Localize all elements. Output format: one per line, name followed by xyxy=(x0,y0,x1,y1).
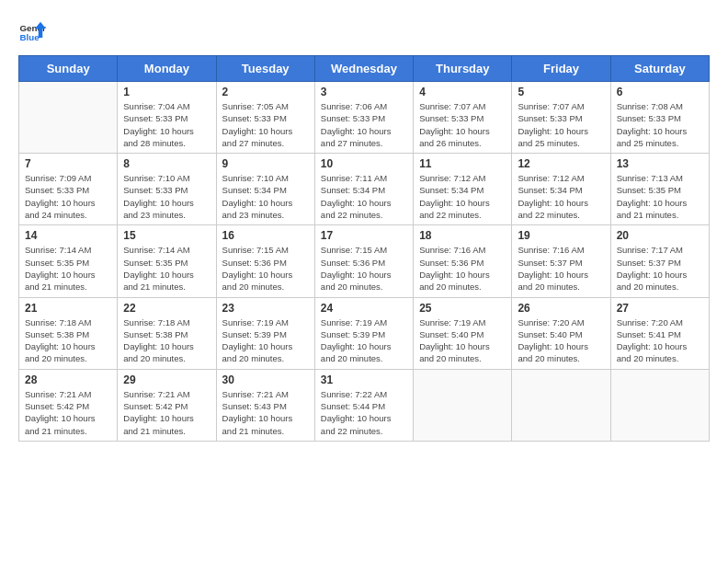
day-info: Sunrise: 7:22 AMSunset: 5:44 PMDaylight:… xyxy=(321,388,407,437)
calendar-cell: 21Sunrise: 7:18 AMSunset: 5:38 PMDayligh… xyxy=(19,297,118,369)
calendar-cell: 6Sunrise: 7:08 AMSunset: 5:33 PMDaylight… xyxy=(610,82,709,154)
day-header-tuesday: Tuesday xyxy=(216,56,314,82)
calendar-cell: 30Sunrise: 7:21 AMSunset: 5:43 PMDayligh… xyxy=(216,369,314,441)
calendar-week-2: 7Sunrise: 7:09 AMSunset: 5:33 PMDaylight… xyxy=(19,154,710,225)
calendar-cell: 26Sunrise: 7:20 AMSunset: 5:40 PMDayligh… xyxy=(512,297,610,369)
calendar-cell: 23Sunrise: 7:19 AMSunset: 5:39 PMDayligh… xyxy=(216,297,314,369)
calendar-cell: 16Sunrise: 7:15 AMSunset: 5:36 PMDayligh… xyxy=(216,225,314,297)
day-info: Sunrise: 7:14 AMSunset: 5:35 PMDaylight:… xyxy=(25,244,111,293)
day-info: Sunrise: 7:15 AMSunset: 5:36 PMDaylight:… xyxy=(222,244,309,293)
calendar-cell: 13Sunrise: 7:13 AMSunset: 5:35 PMDayligh… xyxy=(610,154,709,225)
day-number: 12 xyxy=(518,157,604,170)
day-number: 19 xyxy=(518,229,604,242)
calendar-cell xyxy=(19,82,118,154)
day-number: 8 xyxy=(123,157,210,170)
day-info: Sunrise: 7:17 AMSunset: 5:37 PMDaylight:… xyxy=(617,244,703,293)
day-number: 10 xyxy=(321,157,407,170)
day-info: Sunrise: 7:09 AMSunset: 5:33 PMDaylight:… xyxy=(25,172,111,221)
day-info: Sunrise: 7:07 AMSunset: 5:33 PMDaylight:… xyxy=(419,100,506,149)
day-info: Sunrise: 7:13 AMSunset: 5:35 PMDaylight:… xyxy=(617,172,703,221)
calendar-cell: 4Sunrise: 7:07 AMSunset: 5:33 PMDaylight… xyxy=(414,82,512,154)
day-info: Sunrise: 7:18 AMSunset: 5:38 PMDaylight:… xyxy=(25,316,111,365)
calendar-cell: 31Sunrise: 7:22 AMSunset: 5:44 PMDayligh… xyxy=(314,369,413,441)
calendar-cell: 18Sunrise: 7:16 AMSunset: 5:36 PMDayligh… xyxy=(414,225,512,297)
day-info: Sunrise: 7:16 AMSunset: 5:36 PMDaylight:… xyxy=(419,244,506,293)
day-info: Sunrise: 7:08 AMSunset: 5:33 PMDaylight:… xyxy=(617,100,703,149)
calendar-cell: 29Sunrise: 7:21 AMSunset: 5:42 PMDayligh… xyxy=(118,369,216,441)
calendar-cell xyxy=(512,369,610,441)
day-number: 18 xyxy=(419,229,506,242)
calendar-cell: 1Sunrise: 7:04 AMSunset: 5:33 PMDaylight… xyxy=(118,82,216,154)
day-number: 1 xyxy=(123,86,210,98)
day-info: Sunrise: 7:19 AMSunset: 5:39 PMDaylight:… xyxy=(321,316,407,365)
day-number: 24 xyxy=(321,302,407,315)
day-info: Sunrise: 7:04 AMSunset: 5:33 PMDaylight:… xyxy=(123,100,210,149)
calendar-header-row: SundayMondayTuesdayWednesdayThursdayFrid… xyxy=(19,56,710,82)
day-info: Sunrise: 7:19 AMSunset: 5:40 PMDaylight:… xyxy=(419,316,506,365)
day-number: 30 xyxy=(222,373,309,386)
day-header-thursday: Thursday xyxy=(414,56,512,82)
day-info: Sunrise: 7:10 AMSunset: 5:33 PMDaylight:… xyxy=(123,172,210,221)
calendar-cell xyxy=(610,369,709,441)
calendar-cell: 22Sunrise: 7:18 AMSunset: 5:38 PMDayligh… xyxy=(118,297,216,369)
day-number: 27 xyxy=(617,302,703,315)
calendar-cell: 12Sunrise: 7:12 AMSunset: 5:34 PMDayligh… xyxy=(512,154,610,225)
day-number: 31 xyxy=(321,373,407,386)
day-number: 4 xyxy=(419,86,506,98)
day-info: Sunrise: 7:06 AMSunset: 5:33 PMDaylight:… xyxy=(321,100,407,149)
day-number: 3 xyxy=(321,86,407,98)
day-number: 20 xyxy=(617,229,703,242)
day-number: 23 xyxy=(222,302,309,315)
day-header-saturday: Saturday xyxy=(610,56,709,82)
day-number: 5 xyxy=(518,86,604,98)
day-info: Sunrise: 7:20 AMSunset: 5:41 PMDaylight:… xyxy=(617,316,703,365)
day-header-monday: Monday xyxy=(118,56,216,82)
day-number: 7 xyxy=(25,157,111,170)
calendar-cell: 14Sunrise: 7:14 AMSunset: 5:35 PMDayligh… xyxy=(19,225,118,297)
day-number: 2 xyxy=(222,86,309,98)
calendar-cell: 3Sunrise: 7:06 AMSunset: 5:33 PMDaylight… xyxy=(314,82,413,154)
day-number: 29 xyxy=(123,373,210,386)
page-header: General Blue xyxy=(18,18,710,46)
calendar-week-5: 28Sunrise: 7:21 AMSunset: 5:42 PMDayligh… xyxy=(19,369,710,441)
calendar-week-1: 1Sunrise: 7:04 AMSunset: 5:33 PMDaylight… xyxy=(19,82,710,154)
day-info: Sunrise: 7:21 AMSunset: 5:42 PMDaylight:… xyxy=(25,388,111,437)
calendar-cell: 8Sunrise: 7:10 AMSunset: 5:33 PMDaylight… xyxy=(118,154,216,225)
calendar-table: SundayMondayTuesdayWednesdayThursdayFrid… xyxy=(18,55,710,442)
calendar-cell: 11Sunrise: 7:12 AMSunset: 5:34 PMDayligh… xyxy=(414,154,512,225)
day-info: Sunrise: 7:14 AMSunset: 5:35 PMDaylight:… xyxy=(123,244,210,293)
calendar-cell: 9Sunrise: 7:10 AMSunset: 5:34 PMDaylight… xyxy=(216,154,314,225)
calendar-cell: 25Sunrise: 7:19 AMSunset: 5:40 PMDayligh… xyxy=(414,297,512,369)
calendar-cell: 17Sunrise: 7:15 AMSunset: 5:36 PMDayligh… xyxy=(314,225,413,297)
calendar-cell: 2Sunrise: 7:05 AMSunset: 5:33 PMDaylight… xyxy=(216,82,314,154)
day-info: Sunrise: 7:05 AMSunset: 5:33 PMDaylight:… xyxy=(222,100,309,149)
day-number: 26 xyxy=(518,302,604,315)
day-info: Sunrise: 7:21 AMSunset: 5:43 PMDaylight:… xyxy=(222,388,309,437)
day-header-sunday: Sunday xyxy=(19,56,118,82)
calendar-cell: 19Sunrise: 7:16 AMSunset: 5:37 PMDayligh… xyxy=(512,225,610,297)
calendar-cell xyxy=(414,369,512,441)
day-info: Sunrise: 7:18 AMSunset: 5:38 PMDaylight:… xyxy=(123,316,210,365)
day-info: Sunrise: 7:07 AMSunset: 5:33 PMDaylight:… xyxy=(518,100,604,149)
day-info: Sunrise: 7:20 AMSunset: 5:40 PMDaylight:… xyxy=(518,316,604,365)
calendar-cell: 5Sunrise: 7:07 AMSunset: 5:33 PMDaylight… xyxy=(512,82,610,154)
day-info: Sunrise: 7:15 AMSunset: 5:36 PMDaylight:… xyxy=(321,244,407,293)
calendar-cell: 20Sunrise: 7:17 AMSunset: 5:37 PMDayligh… xyxy=(610,225,709,297)
calendar-week-4: 21Sunrise: 7:18 AMSunset: 5:38 PMDayligh… xyxy=(19,297,710,369)
day-info: Sunrise: 7:16 AMSunset: 5:37 PMDaylight:… xyxy=(518,244,604,293)
day-info: Sunrise: 7:11 AMSunset: 5:34 PMDaylight:… xyxy=(321,172,407,221)
calendar-cell: 15Sunrise: 7:14 AMSunset: 5:35 PMDayligh… xyxy=(118,225,216,297)
calendar-cell: 24Sunrise: 7:19 AMSunset: 5:39 PMDayligh… xyxy=(314,297,413,369)
day-number: 21 xyxy=(25,302,111,315)
day-number: 16 xyxy=(222,229,309,242)
calendar-cell: 27Sunrise: 7:20 AMSunset: 5:41 PMDayligh… xyxy=(610,297,709,369)
day-number: 22 xyxy=(123,302,210,315)
logo: General Blue xyxy=(18,18,46,46)
day-number: 15 xyxy=(123,229,210,242)
calendar-cell: 7Sunrise: 7:09 AMSunset: 5:33 PMDaylight… xyxy=(19,154,118,225)
day-info: Sunrise: 7:21 AMSunset: 5:42 PMDaylight:… xyxy=(123,388,210,437)
day-header-friday: Friday xyxy=(512,56,610,82)
day-number: 17 xyxy=(321,229,407,242)
day-number: 13 xyxy=(617,157,703,170)
day-info: Sunrise: 7:12 AMSunset: 5:34 PMDaylight:… xyxy=(419,172,506,221)
